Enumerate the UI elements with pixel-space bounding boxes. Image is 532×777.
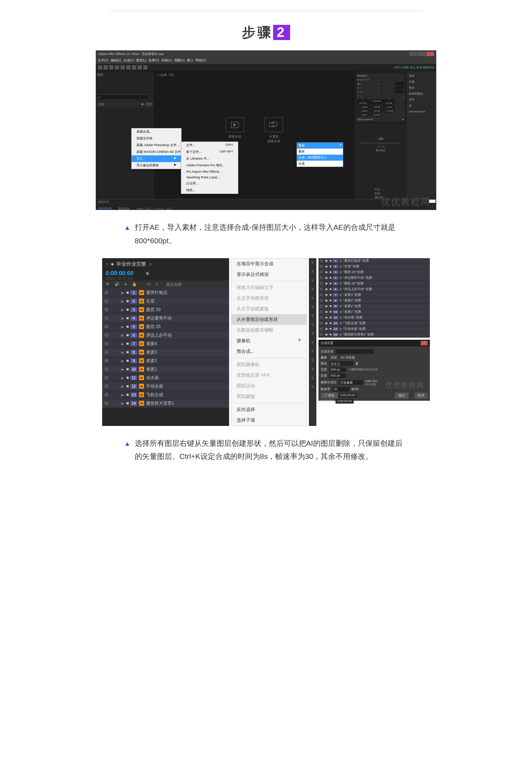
visibility-icon[interactable]	[104, 299, 109, 303]
cancel-button[interactable]: 取消	[414, 393, 428, 399]
visibility-icon[interactable]	[104, 384, 109, 388]
ai-file-icon: Ai	[139, 350, 144, 355]
layer-row[interactable]: ▶■3Ai图层 20	[102, 306, 229, 314]
layer-row[interactable]: ▶■14Ai建筑群大背景1	[102, 399, 229, 408]
maximize-button[interactable]	[418, 52, 426, 56]
visibility-icon[interactable]	[104, 316, 109, 320]
visibility-icon	[320, 276, 323, 279]
project-context-menu[interactable]: 新建合成...新建文件夹新建 Adobe Photoshop 文件...新建 M…	[131, 128, 182, 169]
outline-row[interactable]: ▶■12★"飞机合成" 轮廓	[318, 321, 430, 326]
visibility-icon	[320, 282, 323, 285]
caption-2: ▲ 选择所有图层右键从矢量图层创建形状，然后可以把AI的图层删除，只保留创建后的…	[96, 426, 436, 474]
layer-row[interactable]: ▶■7Ai老婆4	[102, 340, 229, 348]
layer-context-menu[interactable]: 在项目中显示合成显示表达式错误转换为可编辑文字从文字创建形状从文字创建蒙版从矢量…	[231, 258, 307, 426]
menubar[interactable]: 文件(F)编辑(E)合成(C)图层(L)效果(T)动画(A)视图(V)窗口帮助(…	[96, 57, 436, 64]
rect-tool-icon[interactable]	[132, 65, 136, 70]
layer-row[interactable]: ▶■6Ai岸边上步不动	[102, 331, 229, 340]
visibility-icon	[320, 327, 323, 330]
outline-row[interactable]: ▶■13★"不动水面" 轮廓	[318, 326, 430, 332]
project-panel[interactable]: 项目 名称◆类型 新建合成...新建文件夹新建 Adobe Photoshop …	[96, 71, 155, 199]
collapse-column[interactable]: ∨∨∨∨∨∨∨∨∨∨∨∨∨∨∨	[309, 258, 317, 426]
hand-tool-icon[interactable]	[104, 65, 108, 70]
caption-1: ▲ 打开AE，导入素材，注意选择合成-保持图层大小，这样导入AE的合成尺寸就是8…	[96, 210, 436, 258]
layer-row[interactable]: ▶■5Ai图层 25	[102, 323, 229, 331]
visibility-icon	[320, 305, 323, 307]
outline-row[interactable]: ▶■10★"老婆1" 轮廓	[318, 309, 430, 315]
outline-row[interactable]: ▶■8★"老婆4" 轮廓	[318, 298, 430, 304]
visibility-icon[interactable]	[104, 367, 109, 371]
outline-row[interactable]: ▶■11★"动水面" 轮廓	[318, 315, 430, 321]
visibility-icon[interactable]	[104, 350, 109, 354]
visibility-icon[interactable]	[104, 290, 109, 295]
ai-file-icon: Ai	[139, 358, 144, 363]
outline-row[interactable]: ▶■2★"右背" 轮廓	[318, 264, 430, 270]
toolbar[interactable]: 对齐 小屏幕 默认 标准 搜索帮助	[96, 64, 436, 71]
search-input[interactable]	[97, 94, 149, 100]
visibility-icon	[320, 271, 323, 273]
timeline-panel-2[interactable]: ×■毕业作业完整≡ 0:00:00:00 🔍 00000 (30.00 fps)…	[102, 258, 229, 426]
ai-file-icon: Ai	[139, 290, 144, 295]
visibility-icon	[320, 293, 323, 296]
outline-row[interactable]: ▶■9★"老婆2" 轮廓	[318, 304, 430, 309]
outline-timeline[interactable]: ▶■1★"窗旁打电话" 轮廓▶■2★"右背" 轮廓▶■3★"图层 20" 轮廓▶…	[318, 258, 430, 338]
layer-row[interactable]: ▶■10Ai老婆1	[102, 365, 229, 374]
import-kind-dropdown[interactable]: 素材▾素材合成 - 保持图层大小合成	[297, 142, 343, 167]
right-tabs[interactable]: 信息音频预览效果和预设对齐库Adobe Stock	[407, 71, 436, 199]
outline-row[interactable]: ▶■5★"图层 25" 轮廓	[318, 281, 430, 287]
ai-file-icon: Ai	[139, 384, 144, 389]
visibility-icon	[320, 288, 323, 290]
camera-tool-icon[interactable]	[121, 65, 125, 70]
layer-row[interactable]: ▶■8Ai老婆3	[102, 348, 229, 357]
composition-settings-dialog[interactable]: 合成设置× 合成名称 基本高级3D 渲染器 预设自定义🗑 宽度800 px☐ 锁…	[318, 340, 430, 401]
layer-row[interactable]: ▶■11Ai动水面	[102, 374, 229, 382]
triangle-icon: ▲	[124, 222, 131, 248]
comp-name-input[interactable]	[336, 349, 374, 354]
layer-row[interactable]: ▶■2Ai右背	[102, 297, 229, 306]
visibility-icon[interactable]	[104, 307, 109, 312]
outline-row[interactable]: ▶■4★"岸边窗旁不动" 轮廓	[318, 275, 430, 281]
outline-row[interactable]: ▶■7★"老婆3" 轮廓	[318, 292, 430, 298]
visibility-icon[interactable]	[104, 333, 109, 337]
pen-tool-icon[interactable]	[138, 65, 142, 70]
outline-row[interactable]: ▶■3★"图层 20" 轮廓	[318, 270, 430, 275]
layer-row[interactable]: ▶■1Ai窗旁打电话	[102, 289, 229, 297]
pan-tool-icon[interactable]	[126, 65, 131, 70]
visibility-icon[interactable]	[104, 393, 109, 397]
layer-row[interactable]: ▶■4Ai岸边窗旁不动	[102, 314, 229, 323]
new-comp-tile[interactable]: 新建合成	[221, 117, 249, 144]
outline-row[interactable]: ▶■14★"建筑群大背景1" 轮廓	[318, 332, 430, 338]
layer-row[interactable]: ▶■9Ai老婆2	[102, 357, 229, 365]
ai-file-icon: Ai	[139, 316, 144, 321]
close-button[interactable]	[426, 52, 434, 56]
visibility-icon	[320, 310, 323, 313]
text-tool-icon[interactable]	[143, 65, 148, 70]
import-submenu[interactable]: 文件...Ctrl+I多个文件...Ctrl+Alt+I从 Libraries …	[181, 141, 238, 194]
close-icon[interactable]: ×	[421, 341, 428, 345]
visibility-icon	[320, 333, 323, 336]
selection-tool-icon[interactable]	[98, 65, 102, 70]
triangle-icon: ▲	[124, 438, 131, 464]
panels-row: ×■毕业作业完整≡ 0:00:00:00 🔍 00000 (30.00 fps)…	[102, 258, 430, 426]
preview-checkbox[interactable]: ☐ 预览	[321, 393, 338, 399]
visibility-icon[interactable]	[104, 376, 109, 380]
visibility-icon	[320, 299, 323, 302]
new-comp-from-footage-tile[interactable]: 从素材 新建合成	[260, 117, 288, 144]
ai-file-icon: Ai	[139, 341, 144, 346]
visibility-icon[interactable]	[104, 342, 109, 346]
titlebar: Adobe After Effects CC 2018 - 无标题项目.aep	[96, 50, 436, 57]
outline-row[interactable]: ▶■1★"窗旁打电话" 轮廓	[318, 258, 430, 264]
visibility-icon	[320, 322, 323, 324]
visibility-icon[interactable]	[104, 359, 109, 363]
ok-button[interactable]: 确定	[395, 393, 409, 399]
visibility-icon	[320, 265, 323, 268]
visibility-icon[interactable]	[104, 324, 109, 329]
visibility-icon[interactable]	[104, 401, 109, 405]
watermark: 优优教程网	[381, 196, 431, 208]
layer-row[interactable]: ▶■13Ai飞机合成	[102, 391, 229, 399]
layer-row[interactable]: ▶■12Ai不动水面	[102, 382, 229, 391]
outline-row[interactable]: ▶■6★"岸边上步不动" 轮廓	[318, 287, 430, 292]
zoom-tool-icon[interactable]	[109, 65, 113, 70]
minimize-button[interactable]	[409, 52, 417, 56]
ai-file-icon: Ai	[139, 333, 144, 338]
rotate-tool-icon[interactable]	[115, 65, 119, 70]
